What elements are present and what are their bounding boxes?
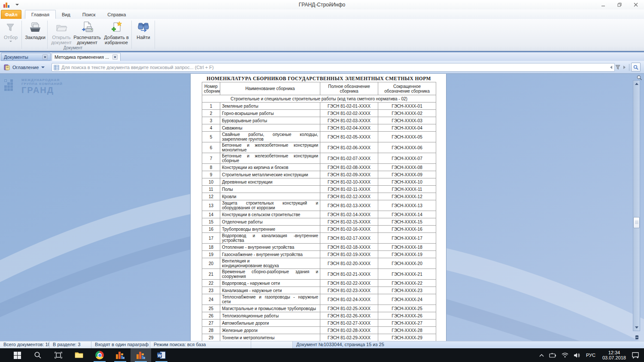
table-cell: ГЭСН-XXXX-02	[378, 110, 436, 117]
task-view-icon	[55, 351, 62, 359]
tab-file[interactable]: Файл	[1, 10, 21, 19]
vertical-scrollbar[interactable]	[633, 80, 640, 331]
table-cell: ГЭСН-XXXX-29	[378, 334, 436, 341]
tray-clock[interactable]: 12:34 03.07.2018	[599, 350, 629, 360]
tab-methodology[interactable]: Методика применения ...	[52, 53, 121, 61]
open-folder-icon	[55, 20, 67, 35]
table-row: 14Конструкции в сельском строительствеГЭ…	[202, 211, 436, 218]
find-button[interactable]: Найти	[134, 20, 153, 49]
table-cell: ГЭСН 81-02-21-XXXX	[320, 269, 378, 280]
table-cell: Железные дороги	[220, 327, 320, 334]
print-document-button[interactable]: Распечатать документ	[73, 20, 101, 49]
tab-documents[interactable]: Документы	[1, 53, 51, 61]
minimize-button[interactable]	[595, 0, 611, 9]
language-indicator[interactable]: РУС	[583, 348, 599, 362]
table-cell: Бетонные и железобетонные конструкции сб…	[220, 153, 320, 164]
table-cell: Скважины	[220, 124, 320, 132]
add-favorite-button[interactable]: Добавить в избранное	[103, 20, 130, 49]
table-cell: ГЭСН-XXXX-25	[378, 305, 436, 312]
word-button[interactable]: W	[151, 348, 172, 362]
next-page-button[interactable]	[634, 335, 640, 340]
bookmarks-button[interactable]: Закладки	[24, 20, 46, 49]
table-cell: ГЭСН-XXXX-21	[378, 269, 436, 280]
table-cell: ГЭСН 81-02-07-XXXX	[320, 153, 378, 164]
print-document-icon	[81, 20, 94, 35]
table-cell: ГЭСН 81-02-08-XXXX	[320, 164, 378, 171]
table-cell: Теплоснабжение и газопроводы - наружные …	[220, 294, 320, 305]
search-grid-icon	[54, 65, 59, 70]
wifi-icon[interactable]	[559, 348, 571, 362]
table-cell: 23	[202, 287, 220, 294]
table-cell: Отопление - внутренние устройства	[220, 244, 320, 251]
tab-0[interactable]: Главная	[25, 10, 56, 19]
table-cell: 2	[202, 110, 220, 117]
action-center-icon[interactable]	[629, 348, 644, 362]
tab-3[interactable]: Справка	[101, 10, 132, 19]
status-document-info: Документ №1033044, страница 15 из 25	[293, 341, 644, 348]
table-row: 11ПолыГЭСН 81-02-11-XXXXГЭСН-XXXX-11	[202, 186, 436, 193]
open-document-button[interactable]: Открыть документ	[49, 20, 74, 49]
search-input[interactable]	[61, 65, 614, 70]
grand-stroyinfo-button[interactable]	[131, 348, 151, 362]
quick-access-caret-icon[interactable]	[15, 4, 19, 6]
table-cell: ГЭСН 81-02-01-XXXX	[320, 103, 378, 110]
restore-button[interactable]	[611, 0, 628, 9]
table-cell: Деревянные конструкции	[220, 178, 320, 186]
start-button[interactable]	[7, 348, 27, 362]
prev-result-icon[interactable]	[609, 65, 614, 69]
table-row: 29Тоннели и метрополитеныГЭСН 81-02-29-X…	[202, 334, 436, 341]
table-cell: Горно-вскрышные работы	[220, 110, 320, 117]
scrollbar-thumb[interactable]	[633, 217, 640, 228]
table-row: 26Теплоизоляционные работыГЭСН 81-02-26-…	[202, 312, 436, 320]
table-row: 13Защита строительных конструкций и обор…	[202, 200, 436, 211]
table-cell: ГЭСН-XXXX-09	[378, 171, 436, 178]
power-battery-icon[interactable]	[547, 348, 559, 362]
table-cell: ГЭСН 81-02-16-XXXX	[320, 226, 378, 233]
table-header: Полное обозначение сборника	[320, 82, 378, 95]
table-cell: 3	[202, 117, 220, 124]
app-logo-icon[interactable]	[3, 2, 10, 8]
page-tool-icon[interactable]	[636, 75, 642, 81]
table-header: Сокращенное обозначение сборника	[378, 82, 436, 95]
close-button[interactable]	[628, 0, 644, 9]
tab-close-icon[interactable]	[112, 54, 118, 60]
volume-icon[interactable]	[571, 348, 583, 362]
tab-2[interactable]: Поиск	[76, 10, 101, 19]
table-cell: Канализация - наружные сети	[220, 287, 320, 294]
scroll-up-icon[interactable]	[633, 81, 640, 87]
document-search-box	[52, 63, 615, 72]
table-cell: ГЭСН-XXXX-18	[378, 244, 436, 251]
scroll-down-icon[interactable]	[633, 324, 640, 331]
table-cell: Свайные работы, опускные колодцы, закреп…	[220, 132, 320, 142]
table-cell: ГЭСН-XXXX-03	[378, 117, 436, 124]
table-cell: ГЭСН-XXXX-14	[378, 211, 436, 218]
table-of-contents-button[interactable]: Оглавление	[3, 64, 45, 71]
tray-expand-chevron-icon[interactable]	[537, 348, 547, 362]
tab-1[interactable]: Вид	[56, 10, 76, 19]
table-cell: Магистральные и промысловые трубопроводы	[220, 305, 320, 312]
table-cell: 26	[202, 312, 220, 320]
status-segment: В разделе: 3	[49, 341, 91, 348]
table-cell: Конструкции в сельском строительстве	[220, 211, 320, 218]
table-cell: 19	[202, 251, 220, 258]
ribbon: Отбор Закладки Открыть документ	[0, 19, 644, 51]
table-cell: ГЭСН 81-02-04-XXXX	[320, 124, 378, 132]
table-cell: ГЭСН 81-02-18-XXXX	[320, 244, 378, 251]
search-button[interactable]	[631, 63, 641, 72]
filter-button[interactable]: Отбор	[2, 20, 20, 49]
grand-smeta-button[interactable]	[110, 348, 131, 362]
windows-logo-icon	[14, 352, 21, 359]
table-cell: ГЭСН 81-02-06-XXXX	[320, 142, 378, 153]
taskbar-search-button[interactable]	[27, 348, 48, 362]
table-cell: ГЭСН-XXXX-28	[378, 327, 436, 334]
next-result-icon[interactable]	[622, 65, 626, 69]
table-cell: 12	[202, 193, 220, 200]
filter-results-icon[interactable]	[615, 65, 620, 70]
task-view-button[interactable]	[48, 348, 69, 362]
bookmarks-icon	[29, 20, 42, 35]
svg-text:W: W	[158, 353, 161, 358]
chrome-button[interactable]	[89, 348, 110, 362]
file-explorer-button[interactable]	[69, 348, 89, 362]
tab-close-icon[interactable]	[43, 54, 48, 60]
table-cell: ГЭСН-XXXX-04	[378, 124, 436, 132]
